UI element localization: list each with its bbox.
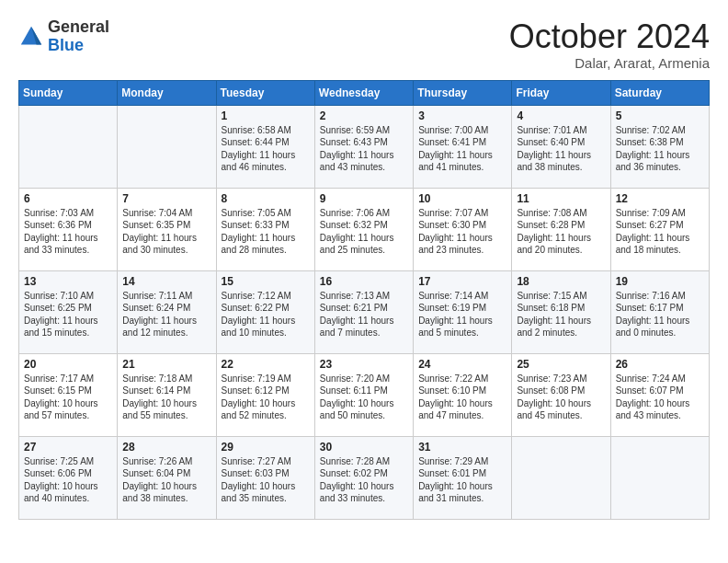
day-cell: 25Sunrise: 7:23 AM Sunset: 6:08 PM Dayli… [512, 353, 610, 436]
logo-text: General Blue [48, 18, 109, 55]
day-cell: 5Sunrise: 7:02 AM Sunset: 6:38 PM Daylig… [610, 105, 709, 188]
day-number: 31 [418, 441, 506, 454]
day-cell: 9Sunrise: 7:06 AM Sunset: 6:32 PM Daylig… [314, 188, 413, 270]
day-info: Sunrise: 7:16 AM Sunset: 6:17 PM Dayligh… [616, 290, 704, 339]
day-cell: 7Sunrise: 7:04 AM Sunset: 6:35 PM Daylig… [118, 188, 216, 270]
day-cell: 30Sunrise: 7:28 AM Sunset: 6:02 PM Dayli… [314, 436, 413, 519]
week-row-4: 20Sunrise: 7:17 AM Sunset: 6:15 PM Dayli… [19, 353, 710, 436]
day-cell: 28Sunrise: 7:26 AM Sunset: 6:04 PM Dayli… [118, 436, 216, 519]
day-info: Sunrise: 7:12 AM Sunset: 6:22 PM Dayligh… [222, 290, 310, 339]
logo-blue: Blue [48, 36, 84, 54]
day-info: Sunrise: 7:07 AM Sunset: 6:30 PM Dayligh… [418, 207, 506, 257]
weekday-header-monday: Monday [118, 80, 216, 105]
day-number: 23 [320, 358, 408, 371]
day-info: Sunrise: 7:05 AM Sunset: 6:33 PM Dayligh… [222, 207, 310, 257]
day-info: Sunrise: 7:19 AM Sunset: 6:12 PM Dayligh… [222, 373, 310, 422]
week-row-2: 6Sunrise: 7:03 AM Sunset: 6:36 PM Daylig… [19, 188, 710, 270]
day-info: Sunrise: 7:24 AM Sunset: 6:07 PM Dayligh… [616, 373, 704, 422]
day-cell: 27Sunrise: 7:25 AM Sunset: 6:06 PM Dayli… [19, 436, 118, 519]
calendar-table: SundayMondayTuesdayWednesdayThursdayFrid… [18, 80, 710, 520]
week-row-3: 13Sunrise: 7:10 AM Sunset: 6:25 PM Dayli… [19, 270, 710, 353]
day-info: Sunrise: 7:14 AM Sunset: 6:19 PM Dayligh… [418, 290, 506, 339]
day-cell: 10Sunrise: 7:07 AM Sunset: 6:30 PM Dayli… [414, 188, 512, 270]
title-block: October 2024 Dalar, Ararat, Armenia [509, 18, 710, 71]
day-cell [610, 436, 709, 519]
weekday-header-sunday: Sunday [19, 80, 118, 105]
day-number: 3 [418, 109, 506, 122]
page: General Blue October 2024 Dalar, Ararat,… [0, 0, 728, 538]
day-info: Sunrise: 7:28 AM Sunset: 6:02 PM Dayligh… [320, 455, 408, 505]
day-info: Sunrise: 7:18 AM Sunset: 6:14 PM Dayligh… [122, 373, 210, 422]
day-number: 26 [616, 358, 704, 371]
day-number: 12 [616, 192, 704, 205]
day-info: Sunrise: 7:04 AM Sunset: 6:35 PM Dayligh… [122, 207, 210, 257]
week-row-5: 27Sunrise: 7:25 AM Sunset: 6:06 PM Dayli… [19, 436, 710, 519]
day-info: Sunrise: 7:13 AM Sunset: 6:21 PM Dayligh… [320, 290, 408, 339]
day-info: Sunrise: 7:26 AM Sunset: 6:04 PM Dayligh… [122, 455, 210, 505]
day-info: Sunrise: 7:15 AM Sunset: 6:18 PM Dayligh… [517, 290, 605, 339]
day-cell: 13Sunrise: 7:10 AM Sunset: 6:25 PM Dayli… [19, 270, 118, 353]
day-info: Sunrise: 7:09 AM Sunset: 6:27 PM Dayligh… [616, 207, 704, 257]
day-info: Sunrise: 7:25 AM Sunset: 6:06 PM Dayligh… [24, 455, 112, 505]
day-number: 7 [122, 192, 210, 205]
day-cell: 12Sunrise: 7:09 AM Sunset: 6:27 PM Dayli… [610, 188, 709, 270]
weekday-header-saturday: Saturday [610, 80, 709, 105]
weekday-header-tuesday: Tuesday [216, 80, 314, 105]
day-cell: 26Sunrise: 7:24 AM Sunset: 6:07 PM Dayli… [610, 353, 709, 436]
day-cell: 29Sunrise: 7:27 AM Sunset: 6:03 PM Dayli… [216, 436, 314, 519]
day-number: 28 [122, 441, 210, 454]
day-cell: 22Sunrise: 7:19 AM Sunset: 6:12 PM Dayli… [216, 353, 314, 436]
day-info: Sunrise: 7:22 AM Sunset: 6:10 PM Dayligh… [418, 373, 506, 422]
day-number: 29 [222, 441, 310, 454]
weekday-header-wednesday: Wednesday [314, 80, 413, 105]
day-info: Sunrise: 7:02 AM Sunset: 6:38 PM Dayligh… [616, 124, 704, 174]
day-cell: 8Sunrise: 7:05 AM Sunset: 6:33 PM Daylig… [216, 188, 314, 270]
day-cell: 20Sunrise: 7:17 AM Sunset: 6:15 PM Dayli… [19, 353, 118, 436]
month-title: October 2024 [509, 18, 710, 55]
day-cell: 17Sunrise: 7:14 AM Sunset: 6:19 PM Dayli… [414, 270, 512, 353]
day-number: 14 [122, 275, 210, 288]
day-number: 16 [320, 275, 408, 288]
day-info: Sunrise: 7:10 AM Sunset: 6:25 PM Dayligh… [24, 290, 112, 339]
logo-general: General [48, 17, 109, 36]
day-info: Sunrise: 6:58 AM Sunset: 6:44 PM Dayligh… [222, 124, 310, 174]
day-info: Sunrise: 7:11 AM Sunset: 6:24 PM Dayligh… [122, 290, 210, 339]
day-info: Sunrise: 7:03 AM Sunset: 6:36 PM Dayligh… [24, 207, 112, 257]
day-cell: 3Sunrise: 7:00 AM Sunset: 6:41 PM Daylig… [414, 105, 512, 188]
weekday-header-friday: Friday [512, 80, 610, 105]
day-cell: 11Sunrise: 7:08 AM Sunset: 6:28 PM Dayli… [512, 188, 610, 270]
day-number: 9 [320, 192, 408, 205]
day-number: 15 [222, 275, 310, 288]
day-cell: 14Sunrise: 7:11 AM Sunset: 6:24 PM Dayli… [118, 270, 216, 353]
day-info: Sunrise: 7:20 AM Sunset: 6:11 PM Dayligh… [320, 373, 408, 422]
day-number: 19 [616, 275, 704, 288]
day-info: Sunrise: 7:06 AM Sunset: 6:32 PM Dayligh… [320, 207, 408, 257]
day-number: 20 [24, 358, 112, 371]
header: General Blue October 2024 Dalar, Ararat,… [18, 18, 710, 71]
day-cell: 21Sunrise: 7:18 AM Sunset: 6:14 PM Dayli… [118, 353, 216, 436]
day-info: Sunrise: 7:01 AM Sunset: 6:40 PM Dayligh… [517, 124, 605, 174]
day-number: 13 [24, 275, 112, 288]
day-info: Sunrise: 7:29 AM Sunset: 6:01 PM Dayligh… [418, 455, 506, 505]
day-cell: 4Sunrise: 7:01 AM Sunset: 6:40 PM Daylig… [512, 105, 610, 188]
day-cell: 19Sunrise: 7:16 AM Sunset: 6:17 PM Dayli… [610, 270, 709, 353]
day-cell: 2Sunrise: 6:59 AM Sunset: 6:43 PM Daylig… [314, 105, 413, 188]
day-info: Sunrise: 6:59 AM Sunset: 6:43 PM Dayligh… [320, 124, 408, 174]
day-number: 22 [222, 358, 310, 371]
day-number: 1 [222, 109, 310, 122]
day-cell: 6Sunrise: 7:03 AM Sunset: 6:36 PM Daylig… [19, 188, 118, 270]
day-cell [512, 436, 610, 519]
day-cell: 23Sunrise: 7:20 AM Sunset: 6:11 PM Dayli… [314, 353, 413, 436]
day-cell: 1Sunrise: 6:58 AM Sunset: 6:44 PM Daylig… [216, 105, 314, 188]
day-cell [118, 105, 216, 188]
day-cell: 16Sunrise: 7:13 AM Sunset: 6:21 PM Dayli… [314, 270, 413, 353]
day-cell: 18Sunrise: 7:15 AM Sunset: 6:18 PM Dayli… [512, 270, 610, 353]
day-number: 24 [418, 358, 506, 371]
day-number: 27 [24, 441, 112, 454]
day-number: 21 [122, 358, 210, 371]
day-cell: 31Sunrise: 7:29 AM Sunset: 6:01 PM Dayli… [414, 436, 512, 519]
day-number: 10 [418, 192, 506, 205]
logo-icon [18, 24, 44, 50]
day-info: Sunrise: 7:17 AM Sunset: 6:15 PM Dayligh… [24, 373, 112, 422]
day-number: 5 [616, 109, 704, 122]
